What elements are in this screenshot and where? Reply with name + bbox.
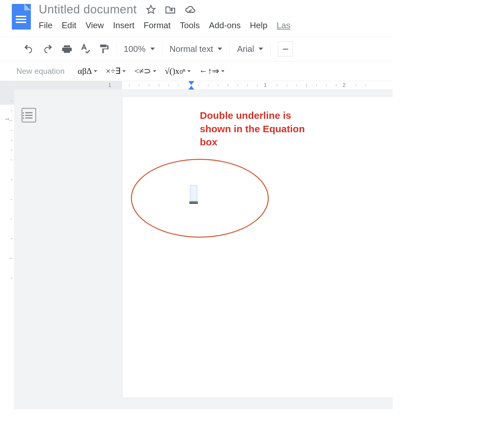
- document-title[interactable]: Untitled document: [39, 3, 137, 16]
- menu-edit[interactable]: Edit: [62, 20, 76, 31]
- vertical-ruler[interactable]: 1: [0, 81, 14, 409]
- caret-down-icon: [150, 48, 155, 50]
- undo-icon[interactable]: [24, 45, 35, 53]
- zoom-value: 100%: [124, 44, 146, 54]
- menu-file[interactable]: File: [39, 20, 52, 31]
- font-size-decrease-button[interactable]: −: [278, 41, 293, 56]
- menu-bar: File Edit View Insert Format Tools Add-o…: [39, 18, 290, 31]
- caret-down-icon: [94, 70, 97, 72]
- caret-down-icon: [153, 70, 156, 72]
- main-toolbar: 100% Normal text Arial −: [0, 36, 393, 61]
- paragraph-style-dropdown[interactable]: Normal text: [170, 44, 222, 54]
- document-area: 1 1 2: [14, 81, 393, 409]
- eq-operators-dropdown[interactable]: ×÷∃: [102, 66, 129, 76]
- print-icon[interactable]: [62, 44, 72, 54]
- font-dropdown[interactable]: Arial: [237, 44, 263, 54]
- caret-down-icon: [259, 48, 263, 50]
- star-icon[interactable]: [146, 5, 156, 14]
- docs-logo-icon[interactable]: [12, 4, 31, 30]
- first-line-indent-marker[interactable]: [188, 81, 194, 85]
- document-outline-button[interactable]: [22, 108, 36, 122]
- eq-arrows-dropdown[interactable]: ←↑⇒: [196, 66, 228, 76]
- double-underline-mark: [189, 202, 198, 204]
- new-equation-button[interactable]: New equation: [16, 67, 65, 76]
- caret-down-icon: [218, 48, 222, 50]
- equation-toolbar: New equation αβΔ ×÷∃ <≠⊃ √()x₀ⁿ ←↑⇒: [0, 61, 393, 81]
- move-folder-icon[interactable]: [165, 5, 176, 14]
- hruler-number: 2: [343, 82, 346, 88]
- annotation-ellipse: [131, 159, 269, 238]
- hruler-number: 1: [264, 82, 267, 88]
- menu-tools[interactable]: Tools: [180, 20, 200, 31]
- hruler-number: 1: [108, 82, 111, 88]
- menu-help[interactable]: Help: [250, 20, 267, 31]
- eq-greek-dropdown[interactable]: αβΔ: [74, 66, 101, 76]
- caret-down-icon: [221, 70, 224, 72]
- equation-box[interactable]: [190, 185, 197, 201]
- menu-addons[interactable]: Add-ons: [209, 20, 241, 31]
- horizontal-ruler[interactable]: 1 1 2: [14, 81, 393, 90]
- left-indent-marker[interactable]: [188, 86, 194, 90]
- last-edit-link[interactable]: Las: [277, 20, 290, 31]
- svg-marker-0: [147, 6, 155, 13]
- style-value: Normal text: [170, 44, 213, 54]
- caret-down-icon: [122, 70, 126, 72]
- spellcheck-icon[interactable]: [80, 44, 91, 54]
- zoom-dropdown[interactable]: 100%: [124, 44, 155, 54]
- cloud-status-icon[interactable]: [185, 5, 196, 14]
- document-page[interactable]: Double underline is shown in the Equatio…: [122, 96, 393, 398]
- menu-view[interactable]: View: [86, 20, 104, 31]
- menu-insert[interactable]: Insert: [113, 20, 135, 31]
- eq-relations-dropdown[interactable]: <≠⊃: [131, 66, 159, 76]
- paint-format-icon[interactable]: [98, 44, 109, 54]
- annotation-text: Double underline is shown in the Equatio…: [200, 109, 321, 149]
- eq-math-dropdown[interactable]: √()x₀ⁿ: [161, 66, 194, 76]
- vruler-number: 1: [5, 118, 10, 120]
- title-bar: Untitled document File Edit: [0, 0, 393, 31]
- redo-icon[interactable]: [43, 45, 54, 53]
- caret-down-icon: [187, 70, 191, 72]
- font-value: Arial: [237, 44, 254, 54]
- menu-format[interactable]: Format: [144, 20, 171, 31]
- workspace: 1 1 1 2: [0, 81, 393, 409]
